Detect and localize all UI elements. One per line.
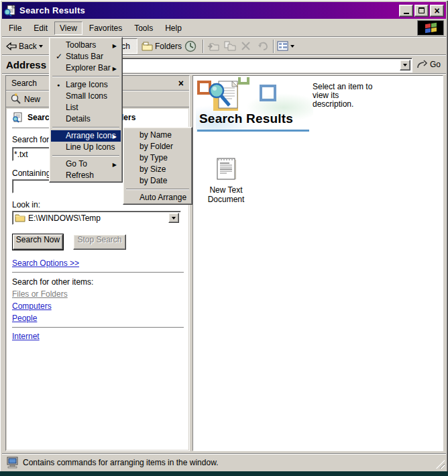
menu-item-arrange-icons[interactable]: Arrange Icons ▶ [51,130,121,142]
lookin-combo[interactable]: E:\WINDOWS\Temp [12,211,181,225]
go-arrow-icon [416,60,427,69]
menu-item-large-icons[interactable]: ● Large Icons [51,79,121,91]
submenu-item-by-folder[interactable]: by Folder [125,141,190,152]
minimize-icon [404,13,409,14]
menu-view[interactable]: View [54,21,82,35]
other-items-label: Search for other items: [12,277,93,287]
explorer-window: Search Results × File Edit View Favorite… [0,0,448,476]
files-or-folders-link[interactable]: Files or Folders [12,289,68,299]
address-dropdown-button[interactable] [400,60,410,70]
menu-help[interactable]: Help [160,21,187,35]
copy-to-icon [224,41,236,51]
results-title: Search Results [199,111,293,126]
menu-item-refresh[interactable]: Refresh [51,170,121,181]
search-now-button[interactable]: Search Now [13,234,63,250]
status-text: Contains commands for arranging items in… [23,458,218,467]
lookin-value: E:\WINDOWS\Temp [28,213,180,223]
chevron-down-icon [172,217,176,220]
new-button-label: New [24,95,40,104]
undo-icon [257,41,269,51]
menu-separator [126,189,189,190]
search-results-app-icon [4,5,16,17]
submenu-item-by-type[interactable]: by Type [125,152,190,164]
windows-logo [417,20,444,36]
folders-icon [142,42,153,51]
menu-item-list[interactable]: List [51,102,121,113]
toolbar-separator [203,40,204,53]
people-link[interactable]: People [12,314,37,323]
menu-edit[interactable]: Edit [28,21,53,35]
submenu-arrow-icon: ▶ [113,40,117,52]
check-icon: ✓ [56,51,62,62]
views-icon [277,41,288,51]
menu-item-toolbars[interactable]: Toolbars ▶ [51,40,121,51]
lookin-dropdown-button[interactable] [168,213,179,223]
menu-item-line-up-icons[interactable]: Line Up Icons [51,142,121,153]
desktop-edge [0,471,448,476]
menu-tools[interactable]: Tools [129,21,158,35]
file-item-new-text-document[interactable]: New Text Document [200,156,252,204]
minimize-button[interactable] [399,5,413,17]
folders-button[interactable]: Folders [139,38,184,54]
internet-link[interactable]: Internet [12,332,40,341]
search-options-link[interactable]: Search Options >> [12,258,79,268]
history-icon [184,40,197,52]
title-bar: Search Results × [2,2,446,19]
maximize-icon [418,7,425,13]
stop-search-button[interactable]: Stop Search [73,234,126,250]
computers-link[interactable]: Computers [12,301,52,311]
resize-grip[interactable] [436,460,445,469]
back-arrow-icon [6,42,17,51]
undo-button[interactable] [254,38,272,54]
folder-icon [15,213,25,222]
address-label: Address [6,59,46,70]
menu-item-go-to[interactable]: Go To ▶ [51,158,121,170]
view-menu: Toolbars ▶ ✓ Status Bar Explorer Bar ▶ ●… [49,37,123,183]
computer-icon [6,457,19,469]
maximize-button[interactable] [414,5,429,17]
new-search-button[interactable]: New [6,92,44,106]
close-icon: × [434,6,439,15]
folders-label: Folders [155,42,182,51]
menu-item-status-bar[interactable]: ✓ Status Bar [51,51,121,62]
menu-favorites[interactable]: Favorites [84,21,127,35]
menu-item-details[interactable]: Details [51,113,121,125]
history-button[interactable] [182,38,199,54]
menu-item-explorer-bar[interactable]: Explorer Bar ▶ [51,62,121,74]
back-label: Back [19,42,37,51]
magnifier-document-icon [208,80,241,116]
search-pane-close-icon[interactable]: × [178,79,184,88]
submenu-arrow-icon: ▶ [113,159,117,171]
results-title-underline [197,130,309,132]
menu-file[interactable]: File [3,21,27,35]
arrange-icons-submenu: by Name by Folder by Type by Size by Dat… [123,127,192,205]
status-bar: Contains commands for arranging items in… [2,454,446,471]
back-dropdown-icon[interactable] [39,45,43,48]
results-hint: Select an item to view its description. [313,83,374,109]
go-button[interactable]: Go [416,60,441,69]
copy-to-button[interactable] [221,38,239,54]
views-dropdown-icon[interactable] [290,45,294,48]
submenu-item-by-date[interactable]: by Date [125,175,190,187]
views-button[interactable] [274,38,297,54]
lookin-label: Look in: [12,200,40,209]
close-button[interactable]: × [430,5,444,17]
delete-button[interactable] [238,38,254,54]
divider [12,272,184,273]
back-button[interactable]: Back [3,38,46,54]
submenu-item-auto-arrange[interactable]: Auto Arrange [125,192,190,203]
divider [12,327,184,328]
results-pane: Search Results Select an item to view it… [192,75,443,451]
new-search-icon [10,93,21,105]
move-to-icon [207,41,219,51]
text-document-icon [215,156,237,181]
move-to-button[interactable] [205,38,222,54]
submenu-item-by-size[interactable]: by Size [125,164,190,175]
menu-bar: File Edit View Favorites Tools Help [2,19,446,37]
menu-separator [52,76,119,77]
menu-item-small-icons[interactable]: Small Icons [51,91,121,102]
go-label: Go [430,60,441,69]
search-heading-icon [12,112,23,123]
submenu-item-by-name[interactable]: by Name [125,130,190,141]
menu-separator [52,155,119,156]
